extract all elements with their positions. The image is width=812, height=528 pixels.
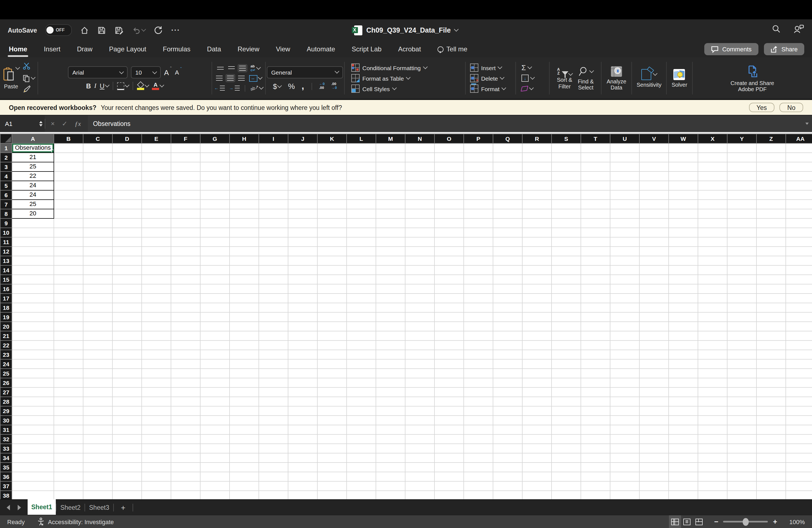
cell-E34[interactable] — [142, 453, 171, 463]
column-header-P[interactable]: P — [464, 134, 493, 143]
cell-Z7[interactable] — [756, 200, 786, 209]
cell-N20[interactable] — [405, 322, 434, 331]
cell-A28[interactable] — [12, 397, 54, 406]
row-header-4[interactable]: 4 — [0, 172, 12, 181]
cell-L3[interactable] — [347, 162, 376, 172]
cell-Z22[interactable] — [756, 340, 786, 350]
row-header-36[interactable]: 36 — [0, 472, 12, 481]
cell-X4[interactable] — [698, 172, 727, 181]
cell-E8[interactable] — [142, 209, 171, 218]
cell-AA1[interactable] — [786, 143, 812, 153]
cell-D36[interactable] — [112, 472, 142, 481]
cell-G28[interactable] — [200, 397, 230, 406]
cell-O22[interactable] — [434, 340, 464, 350]
cell-R1[interactable] — [522, 143, 552, 153]
cell-B19[interactable] — [54, 312, 83, 322]
cell-X14[interactable] — [698, 265, 727, 275]
cell-C7[interactable] — [83, 200, 112, 209]
cell-Y25[interactable] — [727, 369, 756, 378]
cell-D23[interactable] — [112, 350, 142, 359]
cell-Y32[interactable] — [727, 435, 756, 444]
cell-R6[interactable] — [522, 190, 552, 200]
column-header-B[interactable]: B — [54, 134, 83, 143]
cell-S12[interactable] — [552, 247, 581, 256]
cell-X37[interactable] — [698, 481, 727, 491]
cell-W21[interactable] — [669, 331, 698, 340]
cell-O38[interactable] — [434, 491, 464, 500]
cell-G10[interactable] — [200, 228, 230, 237]
search-icon[interactable] — [772, 24, 781, 36]
cell-E10[interactable] — [142, 228, 171, 237]
cell-E26[interactable] — [142, 378, 171, 387]
cell-E15[interactable] — [142, 275, 171, 284]
fill-handle[interactable] — [51, 150, 54, 153]
cell-W30[interactable] — [669, 415, 698, 425]
cell-U34[interactable] — [610, 453, 639, 463]
cell-X13[interactable] — [698, 256, 727, 265]
cell-D8[interactable] — [112, 209, 142, 218]
cell-V38[interactable] — [639, 491, 669, 500]
cell-D18[interactable] — [112, 303, 142, 312]
cell-E14[interactable] — [142, 265, 171, 275]
cell-Z28[interactable] — [756, 397, 786, 406]
cell-E23[interactable] — [142, 350, 171, 359]
cell-AA3[interactable] — [786, 162, 812, 172]
cell-N13[interactable] — [405, 256, 434, 265]
cell-N36[interactable] — [405, 472, 434, 481]
borders-dropdown-icon[interactable] — [125, 83, 130, 88]
cell-Q10[interactable] — [493, 228, 522, 237]
cell-X35[interactable] — [698, 463, 727, 472]
cell-D28[interactable] — [112, 397, 142, 406]
cell-B20[interactable] — [54, 322, 83, 331]
cell-K3[interactable] — [317, 162, 347, 172]
cell-N12[interactable] — [405, 247, 434, 256]
cell-AA32[interactable] — [786, 435, 812, 444]
cell-Z10[interactable] — [756, 228, 786, 237]
cell-V1[interactable] — [639, 143, 669, 153]
cell-G7[interactable] — [200, 200, 230, 209]
cell-Z36[interactable] — [756, 472, 786, 481]
cell-S32[interactable] — [552, 435, 581, 444]
cell-V36[interactable] — [639, 472, 669, 481]
column-header-L[interactable]: L — [347, 134, 376, 143]
cell-J30[interactable] — [288, 415, 317, 425]
cell-M16[interactable] — [376, 284, 405, 294]
cell-F8[interactable] — [171, 209, 200, 218]
cell-P13[interactable] — [464, 256, 493, 265]
cell-AA6[interactable] — [786, 190, 812, 200]
fill-color-button[interactable] — [135, 82, 150, 90]
analyze-data-button[interactable]: AnalyzeData — [607, 66, 626, 91]
normal-view-button[interactable] — [669, 515, 681, 528]
cell-Y1[interactable] — [727, 143, 756, 153]
cell-E17[interactable] — [142, 294, 171, 303]
row-header-21[interactable]: 21 — [0, 331, 12, 340]
font-color-dropdown-icon[interactable] — [160, 83, 164, 88]
cell-M13[interactable] — [376, 256, 405, 265]
cell-Q36[interactable] — [493, 472, 522, 481]
cell-F25[interactable] — [171, 369, 200, 378]
cell-Y20[interactable] — [727, 322, 756, 331]
cell-J6[interactable] — [288, 190, 317, 200]
cell-N14[interactable] — [405, 265, 434, 275]
cell-K21[interactable] — [317, 331, 347, 340]
cell-H19[interactable] — [230, 312, 259, 322]
cell-Z23[interactable] — [756, 350, 786, 359]
cell-T14[interactable] — [581, 265, 610, 275]
merge-center-button[interactable]: ↔ — [247, 74, 263, 83]
cell-K11[interactable] — [317, 237, 347, 247]
cell-R36[interactable] — [522, 472, 552, 481]
cell-E2[interactable] — [142, 153, 171, 162]
page-break-view-button[interactable] — [693, 515, 706, 528]
cell-X30[interactable] — [698, 415, 727, 425]
cell-R28[interactable] — [522, 397, 552, 406]
cell-N38[interactable] — [405, 491, 434, 500]
cell-J29[interactable] — [288, 406, 317, 415]
currency-button[interactable]: $ — [271, 82, 283, 91]
cell-G36[interactable] — [200, 472, 230, 481]
cell-L6[interactable] — [347, 190, 376, 200]
cell-Z26[interactable] — [756, 378, 786, 387]
cell-D7[interactable] — [112, 200, 142, 209]
paste-button[interactable]: Paste — [3, 67, 19, 89]
cell-B27[interactable] — [54, 387, 83, 397]
cell-G16[interactable] — [200, 284, 230, 294]
